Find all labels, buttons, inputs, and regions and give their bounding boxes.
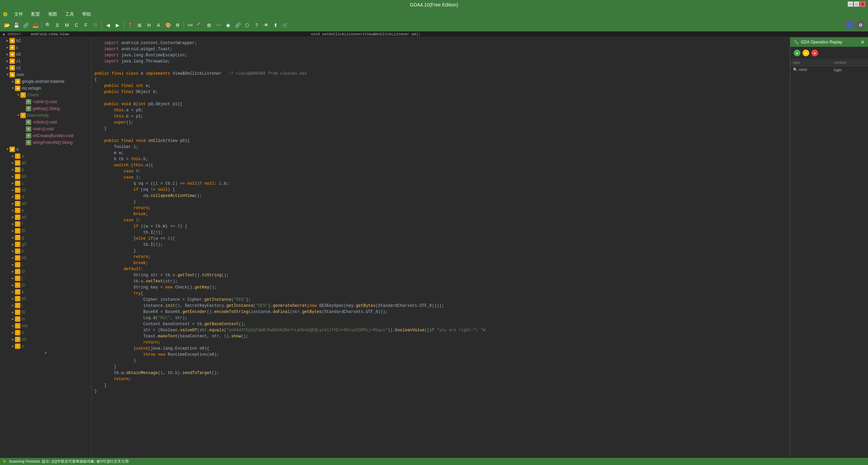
toolbar-eye-btn[interactable]: 👁 [262, 21, 270, 29]
toolbar-link2-btn[interactable]: 🔗 [234, 21, 242, 29]
tree-arrow-n: ▶ [11, 331, 15, 335]
sidebar-item-init-main[interactable]: m <init>():void [0, 126, 91, 132]
toolbar-s-btn[interactable]: S [53, 21, 61, 29]
toolbar-dots-btn[interactable]: ⋯ [215, 21, 223, 29]
toolbar-upload-btn[interactable]: ⬆ [272, 21, 280, 29]
toolbar-font-btn[interactable]: A [154, 21, 163, 29]
sidebar-item-b0[interactable]: ▶ C b0 [0, 173, 91, 180]
sidebar-item-d[interactable]: ▼ ■ d [0, 146, 91, 153]
code-area[interactable]: import android.content.ContextWrapper; i… [92, 37, 790, 465]
sidebar-item-a[interactable]: ▶ C a [0, 153, 91, 160]
sidebar-item-i0[interactable]: ▶ C i0 [0, 268, 91, 275]
sidebar-item-getkey[interactable]: m getKey():String [0, 105, 91, 112]
sidebar-item-c0-d[interactable]: ▶ C c0 [0, 187, 91, 193]
replay-table-row-1[interactable]: 🔍 refstr login [790, 66, 868, 74]
toolbar-plugin1-btn[interactable]: 🔌 [196, 21, 204, 29]
sidebar-item-g0[interactable]: ▶ C g0 [0, 241, 91, 248]
sidebar-item-b[interactable]: ▶ C b [0, 166, 91, 173]
toolbar-search-btn[interactable]: 🔍 [44, 21, 52, 29]
sidebar-item-oncreate[interactable]: m onCreate(Bundle):void [0, 132, 91, 139]
toolbar-fwd-btn[interactable]: ▶ [113, 21, 122, 29]
toolbar-hex-btn[interactable]: ⬡ [243, 21, 251, 29]
tree-arrow-f: ▶ [11, 222, 15, 226]
sidebar-item-c-d[interactable]: ▶ C c [0, 180, 91, 187]
sidebar-item-h[interactable]: ▶ C h [0, 248, 91, 255]
sidebar-item-j0[interactable]: ▶ C j0 [0, 282, 91, 289]
sidebar-item-n[interactable]: ▶ C n [0, 329, 91, 336]
sidebar-item-l0[interactable]: ▶ C l0 [0, 309, 91, 316]
toolbar-save-btn[interactable]: 💾 [12, 21, 20, 29]
toolbar-back-btn[interactable]: ◀ [104, 21, 112, 29]
sidebar-item-c1[interactable]: ▶ ■ c1 [0, 58, 91, 64]
toolbar-r-btn[interactable]: R [91, 21, 99, 29]
sidebar-item-k[interactable]: ▶ C k [0, 289, 91, 295]
toolbar-open-btn[interactable]: 📂 [3, 21, 11, 29]
toolbar-c-btn[interactable]: C [72, 21, 80, 29]
sidebar-item-google[interactable]: ▶ ■ google.android.material [0, 78, 91, 85]
close-button[interactable]: ✕ [860, 1, 865, 7]
sidebar-item-c0[interactable]: ▶ ■ c0 [0, 51, 91, 58]
sidebar-item-b2[interactable]: ▶ ■ b2 [0, 37, 91, 44]
sidebar-item-com[interactable]: ▼ ■ com [0, 71, 91, 78]
sidebar-item-c2[interactable]: ▶ ■ c2 [0, 64, 91, 71]
sidebar-item-j[interactable]: ▶ C j [0, 275, 91, 282]
sidebar-item-c[interactable]: ▶ ■ c [0, 44, 91, 51]
toolbar-export-btn[interactable]: 📤 [31, 21, 39, 29]
toolbar-color-btn[interactable]: 🎨 [164, 21, 172, 29]
tree-arrow-f0: ▶ [11, 229, 15, 233]
sidebar-item-o[interactable]: ▶ C o [0, 343, 91, 350]
replay-stop-button[interactable]: ● [811, 50, 818, 56]
sidebar-item-mz-ezlogin[interactable]: ▼ ■ mz.ezlogin [0, 85, 91, 92]
sidebar-item-l[interactable]: ▶ C l [0, 302, 91, 309]
menu-view[interactable]: 视图 [47, 11, 58, 18]
toolbar-m-btn[interactable]: M [63, 21, 71, 29]
sidebar-item-g[interactable]: ▶ C g [0, 234, 91, 241]
replay-close-button[interactable]: ✕ [861, 39, 865, 45]
replay-play-button[interactable]: ● [794, 50, 800, 56]
sidebar-label-b: b [22, 167, 24, 172]
menu-help[interactable]: 帮助 [81, 11, 92, 18]
toolbar-f-btn[interactable]: F [82, 21, 90, 29]
replay-content-cell: login [831, 66, 868, 74]
sidebar-item-clinit-main[interactable]: m <clinit>():void [0, 119, 91, 126]
toolbar-circle-btn[interactable]: ◉ [224, 21, 232, 29]
sidebar-item-n0[interactable]: ▶ C n0 [0, 336, 91, 343]
sidebar-item-check[interactable]: ▼ C Check [0, 92, 91, 98]
code-line-41: String key = new Check().getKey(); [92, 284, 790, 291]
minimize-button[interactable]: ─ [848, 1, 853, 7]
sidebar-label-google: google.android.material [22, 79, 64, 84]
sidebar-item-d0[interactable]: ▶ C d0 [0, 200, 91, 207]
sidebar-item-stringfromjni[interactable]: m stringFromJNI():String [0, 139, 91, 146]
menu-config[interactable]: 配置 [30, 11, 41, 18]
maximize-button[interactable]: □ [854, 1, 859, 7]
sidebar-item-a0[interactable]: ▶ C a0 [0, 160, 91, 166]
sidebar-item-mainactivity[interactable]: ▼ C MainActivity [0, 112, 91, 119]
toolbar-h-btn[interactable]: H [145, 21, 153, 29]
sidebar-item-f[interactable]: ▶ C f [0, 221, 91, 227]
sidebar-item-d-d[interactable]: ▶ C d [0, 193, 91, 200]
toolbar-link-btn[interactable]: 🔗 [22, 21, 30, 29]
replay-pause-button[interactable]: ● [802, 50, 809, 56]
menu-tools[interactable]: 工具 [64, 11, 75, 18]
sidebar-item-k0[interactable]: ▶ C k0 [0, 295, 91, 302]
sidebar-item-m0[interactable]: ▶ C m0 [0, 322, 91, 329]
toolbar-shop-btn[interactable]: 🛒 [281, 21, 289, 29]
toolbar-grid-btn[interactable]: ⊞ [205, 21, 213, 29]
sidebar-item-i[interactable]: ▶ C i [0, 261, 91, 268]
toolbar-xml-btn[interactable]: xml [186, 21, 194, 29]
sidebar-item-f0[interactable]: ▶ C f0 [0, 227, 91, 234]
sidebar-item-m[interactable]: ▶ C m [0, 316, 91, 322]
window-controls[interactable]: ─ □ ✕ [848, 1, 865, 7]
toolbar-locate-btn[interactable]: 📍 [126, 21, 134, 29]
toolbar-settings-btn[interactable]: ⚙ [173, 21, 182, 29]
menu-file[interactable]: 文件 [13, 11, 24, 18]
code-line-47: Context baseContext = tb.getBaseContext(… [92, 321, 790, 327]
toolbar-settings2-btn[interactable]: ⚙ [856, 20, 865, 30]
toolbar-table-btn[interactable]: ⊞ [135, 21, 144, 29]
toolbar-question-btn[interactable]: ? [253, 21, 261, 29]
sidebar-item-h0[interactable]: ▶ C h0 [0, 255, 91, 261]
sidebar-item-e[interactable]: ▶ C e [0, 207, 91, 214]
toolbar-user-btn[interactable]: 👤 [845, 20, 854, 30]
sidebar-item-clinit-check[interactable]: m <clinit>():void [0, 98, 91, 105]
sidebar-item-e0[interactable]: ▶ C e0 [0, 214, 91, 221]
